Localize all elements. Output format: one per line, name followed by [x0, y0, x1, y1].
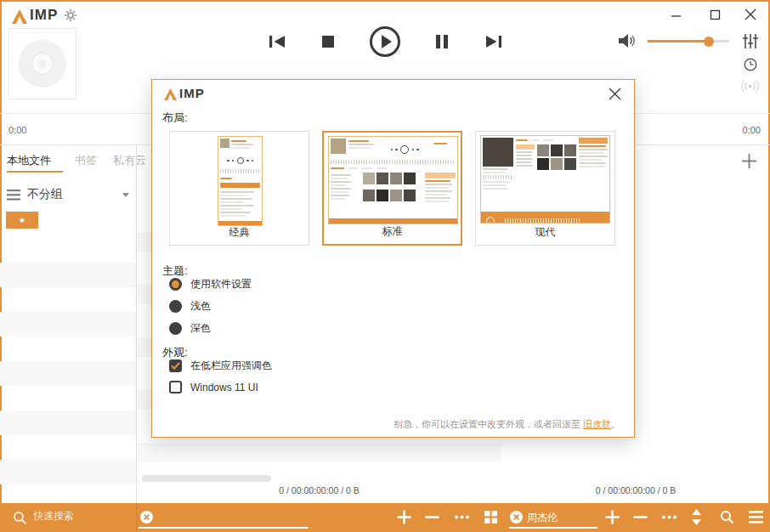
aimp-logo-icon [12, 9, 27, 27]
layout-classic-label: 经典 [170, 225, 309, 240]
close-button[interactable] [745, 8, 756, 24]
radio-icon[interactable] [169, 322, 182, 335]
layout-section-label: 布局: [162, 110, 188, 126]
note-text: 别急，你可以在设置中改变外观，或者回滚至 [393, 419, 583, 429]
theme-option-software[interactable]: 使用软件设置 [169, 277, 252, 291]
tab-local-files-underline [7, 171, 63, 173]
theme-option-software-label: 使用软件设置 [190, 277, 252, 291]
playlist-remove-button[interactable] [425, 510, 439, 528]
playlist-add-button[interactable] [397, 510, 411, 528]
playlist-search-button[interactable] [720, 510, 734, 528]
play-button[interactable] [369, 25, 401, 61]
remaining-time: 0:00 [743, 125, 761, 135]
bottom-toolbar: 周杰伦 [0, 503, 770, 532]
theme-option-dark-label: 深色 [190, 321, 211, 336]
tab-private-cloud[interactable]: 私有云 [113, 153, 146, 168]
theme-option-dark[interactable]: 深色 [169, 321, 211, 336]
tab-bookmarks[interactable]: 书签 [75, 153, 97, 168]
checkbox-unchecked-icon[interactable] [169, 381, 182, 393]
volume-slider-fill [648, 40, 709, 42]
window-border-top [0, 0, 770, 2]
track-more-button[interactable] [661, 510, 677, 528]
grouping-selector[interactable]: 不分组 [27, 187, 63, 202]
group-menu-icon[interactable] [7, 189, 20, 204]
layout-standard-label: 标准 [324, 224, 461, 239]
radio-icon[interactable] [169, 300, 182, 313]
volume-icon[interactable] [617, 31, 636, 54]
layout-option-modern[interactable]: 现代 [475, 131, 615, 246]
radio-selected-icon[interactable] [169, 278, 182, 291]
appearance-option-win11-label: Windows 11 UI [190, 382, 258, 393]
appearance-option-win11[interactable]: Windows 11 UI [169, 381, 258, 393]
album-art [8, 28, 76, 99]
playlist1-tab-underline[interactable] [139, 527, 309, 529]
skin-setup-dialog: IMP 布局: [151, 79, 635, 438]
playlist1-close-icon[interactable] [140, 511, 153, 527]
aimp-window: IMP [0, 0, 770, 532]
grouping-caret-icon[interactable] [122, 193, 129, 197]
equalizer-icon[interactable] [743, 33, 758, 53]
dialog-footer-note: 别急，你可以在设置中改变外观，或者回滚至 旧皮肤。 [393, 418, 620, 431]
track-remove-button[interactable] [633, 510, 648, 528]
dialog-aimp-logo-icon [164, 88, 177, 104]
layout-option-classic[interactable]: 经典 [169, 131, 309, 246]
theme-option-light-label: 浅色 [190, 299, 211, 314]
radio-broadcast-icon[interactable] [741, 79, 759, 97]
dialog-aimp-logo-text: IMP [179, 86, 205, 100]
playlist2-status: 0 / 00:00:00:00 / 0 B [501, 485, 770, 495]
layout-preview-standard-image [328, 136, 458, 224]
dialog-close-icon[interactable] [609, 88, 621, 104]
layout-preview-classic-image [218, 136, 263, 226]
maximize-button[interactable] [710, 8, 721, 24]
volume-slider-handle[interactable] [704, 37, 714, 47]
elapsed-time: 0:00 [8, 125, 26, 135]
tab-local-files[interactable]: 本地文件 [7, 153, 51, 168]
view-grid-button[interactable] [484, 511, 497, 527]
stop-button[interactable] [322, 36, 334, 51]
old-skin-link[interactable]: 旧皮肤 [583, 419, 611, 429]
playlist2-tab[interactable]: 周杰伦 [527, 511, 558, 525]
aimp-logo-text: IMP [30, 7, 58, 24]
horizontal-scrollbar-thumb[interactable] [142, 475, 271, 482]
previous-button[interactable] [269, 35, 285, 52]
settings-gear-icon[interactable] [65, 9, 76, 25]
quick-search-input[interactable] [31, 509, 133, 523]
note-suffix: 。 [611, 419, 620, 429]
toolbar-divider [136, 503, 137, 532]
appearance-option-accent[interactable]: 在低栏应用强调色 [169, 359, 272, 373]
add-playlist-icon[interactable] [742, 154, 756, 172]
playlist2-close-icon[interactable] [510, 511, 523, 527]
scheduler-clock-icon[interactable] [744, 58, 757, 75]
appearance-option-accent-label: 在低栏应用强调色 [190, 359, 272, 373]
layout-option-standard[interactable]: 标准 [322, 131, 462, 246]
checkbox-checked-icon[interactable] [169, 359, 182, 372]
layout-modern-label: 现代 [476, 225, 614, 240]
next-button[interactable] [486, 35, 501, 52]
playlist2-tab-underline[interactable] [509, 527, 597, 529]
track-add-button[interactable] [605, 510, 620, 528]
rating-filter-button[interactable]: ★ [6, 212, 38, 229]
main-menu-button[interactable] [749, 511, 763, 527]
minimize-button[interactable] [671, 9, 682, 25]
playlist-more-button[interactable] [454, 510, 470, 528]
layout-preview-modern-image [480, 135, 610, 224]
pause-button[interactable] [435, 35, 449, 52]
sort-button[interactable] [691, 509, 702, 529]
playlist-status: 0 / 00:00:00:00 / 0 B [137, 485, 501, 495]
quick-search-icon [13, 511, 27, 529]
theme-option-light[interactable]: 浅色 [169, 299, 211, 314]
